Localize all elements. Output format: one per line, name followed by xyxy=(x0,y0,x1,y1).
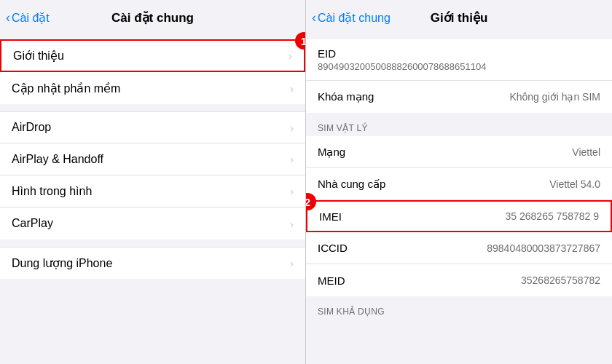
right-nav-title: Giới thiệu xyxy=(431,10,488,25)
airplay-handoff-label: AirPlay & Handoff xyxy=(12,153,103,166)
detail-group-sim-vat-ly: SIM VẬT LÝ Mạng Viettel Nhà cung cấp Vie… xyxy=(306,120,612,296)
settings-group-2: AirDrop › AirPlay & Handoff › Hình trong… xyxy=(0,111,305,240)
hinh-trong-hinh-row[interactable]: Hình trong hình › xyxy=(0,175,305,207)
hinh-trong-hinh-label: Hình trong hình xyxy=(12,185,92,198)
right-panel: ‹ Cài đặt chung Giới thiệu EID 890490320… xyxy=(306,0,612,364)
iccid-value: 89840480003873727867 xyxy=(396,242,600,254)
khoa-mang-row: Khóa mạng Không giới hạn SIM xyxy=(306,81,612,113)
left-nav-title: Cài đặt chung xyxy=(111,10,194,25)
mang-value: Viettel xyxy=(396,146,600,158)
dung-luong-label: Dung lượng iPhone xyxy=(12,256,112,270)
eid-value: 89049032005008882600078688651104 xyxy=(318,61,600,72)
meid-row: MEID 35268265758782 xyxy=(306,264,612,296)
right-back-label: Cài đặt chung xyxy=(318,11,391,25)
right-back-chevron: ‹ xyxy=(312,10,316,25)
gioi-thieu-label: Giới thiệu xyxy=(13,49,64,63)
cap-nhat-phan-mem-label: Cập nhật phần mềm xyxy=(12,82,120,95)
khoa-mang-value: Không giới hạn SIM xyxy=(396,91,600,103)
settings-list: Giới thiệu › 1 Cập nhật phần mềm › AirDr… xyxy=(0,32,305,364)
gioi-thieu-wrapper: Giới thiệu › 1 xyxy=(0,39,305,72)
gioi-thieu-row[interactable]: Giới thiệu › xyxy=(0,39,305,72)
detail-group-sim-kha-dung: SIM KHẢ DỤNG xyxy=(306,304,612,320)
carplay-label: CarPlay xyxy=(12,217,53,230)
settings-group-3: Dung lượng iPhone › xyxy=(0,247,305,279)
airdrop-row[interactable]: AirDrop › xyxy=(0,111,305,143)
sim-vat-ly-header: SIM VẬT LÝ xyxy=(306,120,612,136)
left-back-chevron: ‹ xyxy=(6,10,10,25)
khoa-mang-label: Khóa mạng xyxy=(318,90,391,103)
carplay-chevron: › xyxy=(290,218,294,230)
airdrop-label: AirDrop xyxy=(12,121,51,134)
airplay-handoff-chevron: › xyxy=(290,153,294,165)
iccid-label: ICCID xyxy=(318,242,391,254)
cap-nhat-phan-mem-row[interactable]: Cập nhật phần mềm › xyxy=(0,72,305,104)
gioi-thieu-chevron: › xyxy=(289,50,292,62)
nha-cung-cap-value: Viettel 54.0 xyxy=(396,178,600,190)
airplay-handoff-row[interactable]: AirPlay & Handoff › xyxy=(0,143,305,175)
left-nav-bar: ‹ Cài đặt Cài đặt chung xyxy=(0,0,305,32)
meid-value: 35268265758782 xyxy=(396,274,600,286)
mang-label: Mạng xyxy=(318,146,391,159)
left-back-button[interactable]: ‹ Cài đặt xyxy=(6,10,50,25)
carplay-row[interactable]: CarPlay › xyxy=(0,207,305,240)
dung-luong-row[interactable]: Dung lượng iPhone › xyxy=(0,247,305,279)
meid-label: MEID xyxy=(318,274,391,287)
iccid-row: ICCID 89840480003873727867 xyxy=(306,232,612,264)
eid-label: EID xyxy=(318,47,600,60)
left-panel: ‹ Cài đặt Cài đặt chung Giới thiệu › 1 C… xyxy=(0,0,306,364)
sim-kha-dung-header: SIM KHẢ DỤNG xyxy=(306,304,612,320)
left-back-label: Cài đặt xyxy=(12,11,50,25)
dung-luong-chevron: › xyxy=(290,257,294,269)
right-nav-bar: ‹ Cài đặt chung Giới thiệu xyxy=(306,0,612,32)
imei-value: 35 268265 758782 9 xyxy=(398,210,599,222)
nha-cung-cap-row: Nhà cung cấp Viettel 54.0 xyxy=(306,168,612,200)
mang-row: Mạng Viettel xyxy=(306,136,612,168)
hinh-trong-hinh-chevron: › xyxy=(290,185,294,197)
settings-group-1: Giới thiệu › 1 Cập nhật phần mềm › xyxy=(0,39,305,104)
right-back-button[interactable]: ‹ Cài đặt chung xyxy=(312,10,391,25)
eid-row: EID 89049032005008882600078688651104 xyxy=(306,39,612,81)
detail-list: EID 89049032005008882600078688651104 Khó… xyxy=(306,32,612,364)
cap-nhat-phan-mem-chevron: › xyxy=(290,82,294,95)
imei-row: IMEI 35 268265 758782 9 xyxy=(306,200,612,232)
imei-label: IMEI xyxy=(319,210,392,223)
imei-wrapper: IMEI 35 268265 758782 9 2 xyxy=(306,200,612,232)
detail-group-top: EID 89049032005008882600078688651104 Khó… xyxy=(306,39,612,113)
airdrop-chevron: › xyxy=(290,122,294,134)
nha-cung-cap-label: Nhà cung cấp xyxy=(318,178,391,191)
